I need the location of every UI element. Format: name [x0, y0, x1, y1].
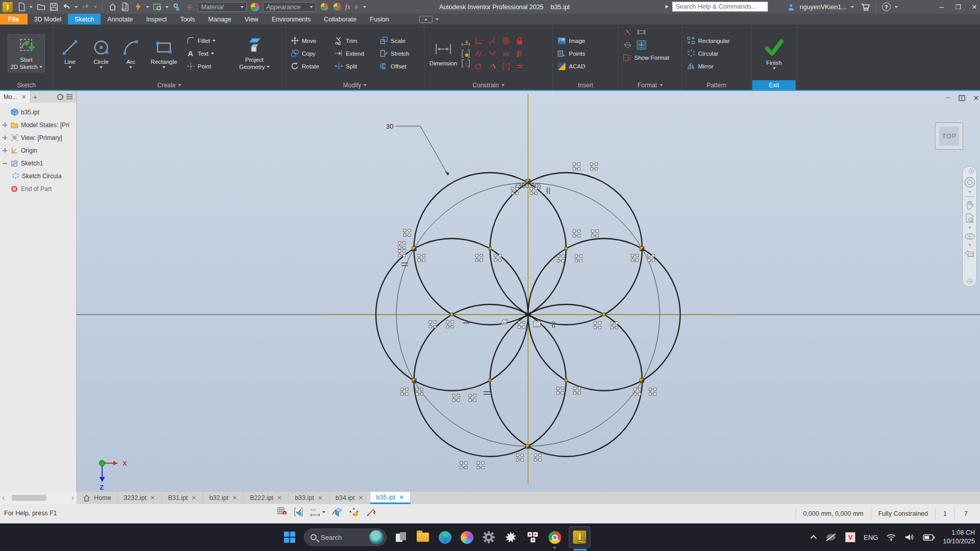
acad-button[interactable]: ACAD	[555, 60, 616, 73]
slice-graphics-icon[interactable]	[331, 507, 343, 517]
close-tab-icon[interactable]: ✕	[192, 494, 197, 501]
tree-item-sketch1[interactable]: Sketch1	[0, 157, 76, 170]
panel-caption-modify[interactable]: Modify	[286, 80, 424, 90]
zoom-window-icon[interactable]	[965, 213, 975, 224]
doc-restore-icon[interactable]	[959, 94, 965, 103]
view-cube-top-face[interactable]: TOP	[939, 127, 959, 146]
full-navigation-wheel-icon[interactable]	[964, 177, 975, 188]
auto-dimension-icon[interactable]	[461, 39, 470, 49]
close-button[interactable]: ✕	[971, 4, 978, 11]
perpendicular-constraint-icon[interactable]	[474, 36, 483, 45]
construction-icon[interactable]	[623, 28, 632, 37]
panel-caption-exit[interactable]: Exit	[752, 80, 796, 90]
doc-minimize-icon[interactable]: ─	[946, 94, 950, 103]
capture-dropdown-icon[interactable]	[165, 6, 169, 8]
doc-tab-3232[interactable]: 3232.ipt✕	[117, 492, 162, 504]
tab-sketch[interactable]: Sketch	[68, 14, 101, 25]
tab-environments[interactable]: Environments	[265, 14, 317, 25]
browser-menu-icon[interactable]	[65, 91, 74, 103]
material-dropdown[interactable]: Material	[198, 2, 247, 12]
points-button[interactable]: Points	[555, 47, 616, 60]
look-at-icon[interactable]	[964, 249, 975, 258]
expander-minus-icon[interactable]	[2, 160, 8, 166]
appearance-dropdown[interactable]: Appearance	[263, 2, 316, 12]
render-wheel-icon[interactable]	[185, 3, 194, 12]
lock-constraint-icon[interactable]	[515, 36, 524, 45]
settings-button[interactable]	[481, 530, 496, 545]
help-icon[interactable]: ?	[882, 3, 891, 11]
rotate-button[interactable]: Rotate	[288, 60, 331, 73]
edge-button[interactable]	[437, 530, 452, 545]
tab-view[interactable]: View	[238, 14, 265, 25]
expander-plus-icon[interactable]	[2, 135, 8, 140]
point-button[interactable]: Point	[184, 60, 231, 73]
tab-annotate[interactable]: Annotate	[101, 14, 139, 25]
tree-item-end-of-part[interactable]: End of Part	[0, 182, 76, 195]
unikey-tray-icon[interactable]: V	[845, 532, 855, 542]
doc-tab-b31[interactable]: B31.ipt✕	[162, 492, 203, 504]
tangent-constraint-icon[interactable]	[488, 36, 497, 45]
text-button[interactable]: A Text	[184, 47, 231, 60]
image-button[interactable]: Image	[555, 35, 616, 47]
start-2d-sketch-button[interactable]: Start 2D Sketch	[8, 34, 44, 73]
rectangle-button[interactable]: Rectangle	[145, 37, 183, 70]
file-explorer-button[interactable]	[415, 530, 431, 545]
search-expand-icon[interactable]	[665, 5, 668, 9]
centerline-icon[interactable]	[623, 40, 632, 50]
constraint-glyphs[interactable]	[398, 163, 656, 469]
add-icon[interactable]: +	[354, 3, 358, 12]
taskbar-search[interactable]: Search	[304, 529, 387, 546]
tree-item-model-states[interactable]: Model States: [Pri	[0, 118, 76, 131]
close-tab-icon[interactable]: ✕	[277, 494, 282, 501]
ribbon-appearance-icon[interactable]	[419, 16, 433, 23]
tab-manage[interactable]: Manage	[202, 14, 238, 25]
copy-button[interactable]: Copy	[288, 47, 331, 60]
home-icon[interactable]	[108, 3, 117, 12]
tree-item-origin[interactable]: Origin	[0, 144, 76, 157]
tab-home[interactable]: Home	[77, 492, 117, 504]
fillet-button[interactable]: Fillet	[184, 35, 231, 47]
finish-sketch-button[interactable]: Finish	[761, 36, 787, 71]
show-constraints-icon[interactable]	[461, 49, 470, 58]
app-logo-icon[interactable]: I	[2, 2, 13, 13]
line-button[interactable]: Line	[55, 37, 85, 70]
help-dropdown-icon[interactable]	[895, 6, 898, 8]
search-highlight-image[interactable]	[369, 530, 384, 544]
close-tab-icon[interactable]: ✕	[399, 494, 404, 501]
adjust-appearance-icon[interactable]	[320, 3, 329, 12]
browser-scrollbar[interactable]: ‹ ›	[0, 492, 77, 504]
panel-caption-create[interactable]: Create	[53, 80, 285, 90]
zoom-dropdown-icon[interactable]	[968, 227, 971, 229]
minimize-button[interactable]: ─	[938, 4, 945, 11]
cart-icon[interactable]	[861, 3, 870, 12]
browser-add-icon[interactable]: +	[31, 91, 40, 103]
doc-tab-b33[interactable]: b33.ipt✕	[289, 492, 329, 504]
snap-to-grid-icon[interactable]	[277, 507, 288, 517]
split-button[interactable]: Split	[332, 60, 376, 73]
wifi-icon[interactable]	[886, 533, 896, 541]
horizontal-constraint-icon[interactable]	[501, 49, 511, 58]
wheel-dropdown-icon[interactable]	[968, 191, 971, 193]
browser-close-icon[interactable]: ✕	[21, 93, 27, 101]
panel-caption-sketch[interactable]: Sketch	[0, 80, 53, 90]
project-geometry-button[interactable]: Project Geometry	[232, 35, 277, 73]
undo-dropdown-icon[interactable]	[75, 6, 78, 8]
close-tab-icon[interactable]: ✕	[318, 494, 323, 501]
scale-button[interactable]: Scale	[377, 35, 422, 47]
user-name[interactable]: nguyenVKien1...	[800, 4, 847, 11]
smooth-constraint-icon[interactable]	[488, 62, 497, 71]
circular-pattern-button[interactable]: Circular	[684, 47, 749, 60]
equal-constraint-icon[interactable]	[515, 62, 524, 71]
language-indicator[interactable]: ENG	[864, 534, 878, 541]
tab-file[interactable]: File	[0, 14, 28, 25]
tree-item-part[interactable]: b35.ipt	[0, 106, 76, 118]
quick-command-dropdown-icon[interactable]	[146, 6, 149, 8]
view-cube[interactable]: TOP	[935, 123, 963, 150]
undo-icon[interactable]	[62, 3, 71, 12]
orbit-icon[interactable]	[964, 232, 975, 241]
extend-button[interactable]: Extend	[332, 47, 376, 60]
pan-hand-icon[interactable]	[965, 200, 975, 210]
doc-tab-b222[interactable]: B222.ipt✕	[244, 492, 289, 504]
mirror-button[interactable]: Mirror	[684, 60, 749, 73]
hidden-device-icon[interactable]	[825, 533, 837, 542]
